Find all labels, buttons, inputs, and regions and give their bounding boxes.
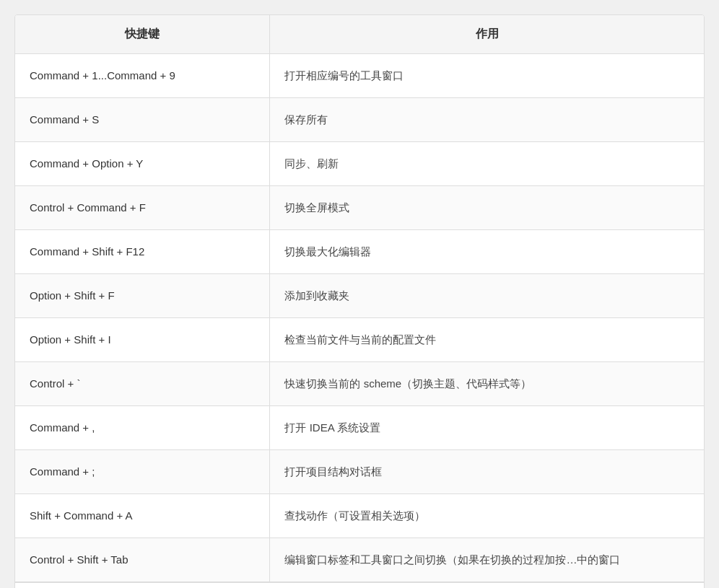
shortcut-cell: Command + , <box>15 406 270 450</box>
table-row: Control + Command + F切换全屏模式 <box>15 186 704 230</box>
header-action: 作用 <box>270 15 704 54</box>
table-row: Shift + Command + A查找动作（可设置相关选项） <box>15 494 704 538</box>
main-container: 快捷键 作用 Command + 1...Command + 9打开相应编号的工… <box>14 14 705 588</box>
shortcut-cell: Command + Shift + F12 <box>15 230 270 274</box>
shortcuts-table: 快捷键 作用 Command + 1...Command + 9打开相应编号的工… <box>15 15 704 582</box>
description-cell: 添加到收藏夹 <box>270 274 704 318</box>
table-row: Command + Shift + F12切换最大化编辑器 <box>15 230 704 274</box>
description-cell: 保存所有 <box>270 98 704 142</box>
table-row: Command + ;打开项目结构对话框 <box>15 450 704 494</box>
table-row: Command + S保存所有 <box>15 98 704 142</box>
table-row: Option + Shift + F添加到收藏夹 <box>15 274 704 318</box>
description-cell: 打开 IDEA 系统设置 <box>270 406 704 450</box>
description-cell: 切换全屏模式 <box>270 186 704 230</box>
description-cell: 查找动作（可设置相关选项） <box>270 494 704 538</box>
watermark-bar: 创 创新互联 <box>15 582 704 588</box>
description-cell: 同步、刷新 <box>270 142 704 186</box>
shortcut-cell: Command + ; <box>15 450 270 494</box>
description-cell: 切换最大化编辑器 <box>270 230 704 274</box>
shortcut-cell: Command + 1...Command + 9 <box>15 54 270 98</box>
shortcut-cell: Shift + Command + A <box>15 494 270 538</box>
shortcut-cell: Option + Shift + I <box>15 318 270 362</box>
table-row: Option + Shift + I检查当前文件与当前的配置文件 <box>15 318 704 362</box>
description-cell: 快速切换当前的 scheme（切换主题、代码样式等） <box>270 362 704 406</box>
description-cell: 打开项目结构对话框 <box>270 450 704 494</box>
description-cell: 编辑窗口标签和工具窗口之间切换（如果在切换的过程加按…中的窗口 <box>270 538 704 582</box>
shortcut-cell: Command + S <box>15 98 270 142</box>
table-row: Control + `快速切换当前的 scheme（切换主题、代码样式等） <box>15 362 704 406</box>
table-row: Control + Shift + Tab编辑窗口标签和工具窗口之间切换（如果在… <box>15 538 704 582</box>
shortcut-cell: Control + Shift + Tab <box>15 538 270 582</box>
table-row: Command + ,打开 IDEA 系统设置 <box>15 406 704 450</box>
description-cell: 打开相应编号的工具窗口 <box>270 54 704 98</box>
header-shortcut: 快捷键 <box>15 15 270 54</box>
table-row: Command + 1...Command + 9打开相应编号的工具窗口 <box>15 54 704 98</box>
shortcut-cell: Command + Option + Y <box>15 142 270 186</box>
table-row: Command + Option + Y同步、刷新 <box>15 142 704 186</box>
shortcut-cell: Option + Shift + F <box>15 274 270 318</box>
shortcut-cell: Control + ` <box>15 362 270 406</box>
description-cell: 检查当前文件与当前的配置文件 <box>270 318 704 362</box>
shortcut-cell: Control + Command + F <box>15 186 270 230</box>
table-header-row: 快捷键 作用 <box>15 15 704 54</box>
